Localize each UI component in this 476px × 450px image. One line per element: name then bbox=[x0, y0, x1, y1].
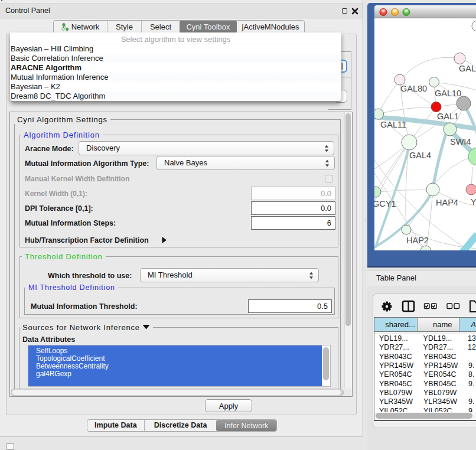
svg-text:GAL11: GAL11 bbox=[380, 120, 406, 129]
svg-text:GAL: GAL bbox=[459, 64, 476, 73]
svg-text:SWI4: SWI4 bbox=[450, 137, 471, 146]
svg-text:GCY1: GCY1 bbox=[374, 199, 396, 208]
svg-text:GAL10: GAL10 bbox=[435, 89, 461, 98]
svg-text:HAP2: HAP2 bbox=[406, 236, 429, 245]
svg-text:GAL1: GAL1 bbox=[437, 112, 459, 121]
svg-text:GAL80: GAL80 bbox=[400, 84, 427, 93]
svg-text:GAL4: GAL4 bbox=[409, 151, 431, 160]
svg-text:HAP4: HAP4 bbox=[436, 198, 458, 207]
svg-text:Y: Y bbox=[471, 197, 476, 207]
